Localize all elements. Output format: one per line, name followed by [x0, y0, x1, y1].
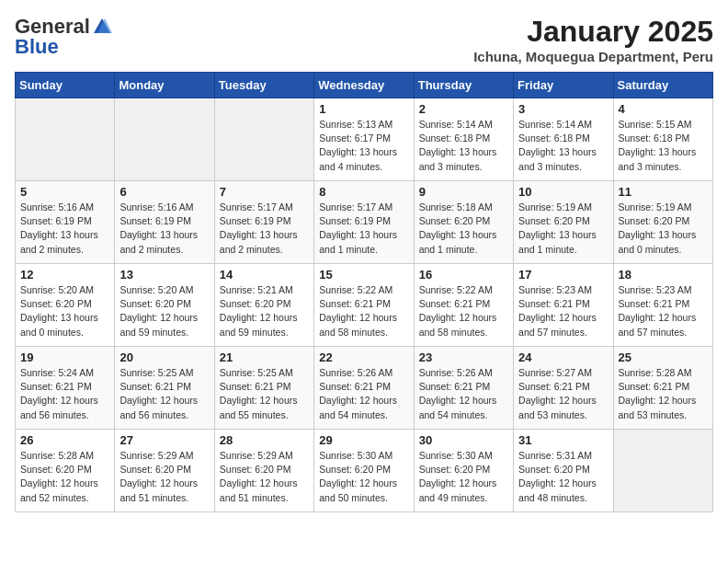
day-info: Sunrise: 5:22 AM Sunset: 6:21 PM Dayligh… [419, 283, 508, 339]
day-info: Sunrise: 5:16 AM Sunset: 6:19 PM Dayligh… [119, 201, 209, 257]
calendar-table: SundayMondayTuesdayWednesdayThursdayFrid… [15, 72, 713, 512]
day-info: Sunrise: 5:14 AM Sunset: 6:18 PM Dayligh… [518, 118, 608, 174]
calendar-day-cell [613, 430, 712, 512]
day-number: 26 [20, 433, 109, 447]
day-info: Sunrise: 5:27 AM Sunset: 6:21 PM Dayligh… [518, 366, 608, 422]
day-number: 29 [319, 433, 408, 447]
logo-icon [92, 17, 112, 37]
logo: General Blue [15, 15, 112, 59]
day-info: Sunrise: 5:18 AM Sunset: 6:20 PM Dayligh… [419, 201, 508, 257]
day-number: 5 [20, 185, 109, 199]
day-info: Sunrise: 5:31 AM Sunset: 6:20 PM Dayligh… [518, 449, 608, 505]
weekday-header-cell: Thursday [414, 73, 513, 98]
day-info: Sunrise: 5:24 AM Sunset: 6:21 PM Dayligh… [20, 366, 109, 422]
day-info: Sunrise: 5:28 AM Sunset: 6:21 PM Dayligh… [619, 366, 708, 422]
day-info: Sunrise: 5:17 AM Sunset: 6:19 PM Dayligh… [319, 201, 408, 257]
calendar-day-cell [16, 98, 115, 181]
month-title: January 2025 [473, 15, 713, 49]
day-info: Sunrise: 5:28 AM Sunset: 6:20 PM Dayligh… [20, 449, 109, 505]
day-number: 13 [119, 268, 209, 282]
day-number: 31 [518, 433, 608, 447]
calendar-day-cell: 10Sunrise: 5:19 AM Sunset: 6:20 PM Dayli… [514, 181, 613, 264]
day-number: 27 [119, 433, 209, 447]
calendar-day-cell: 15Sunrise: 5:22 AM Sunset: 6:21 PM Dayli… [314, 264, 414, 347]
weekday-header-cell: Wednesday [314, 73, 414, 98]
day-info: Sunrise: 5:20 AM Sunset: 6:20 PM Dayligh… [119, 283, 209, 339]
day-info: Sunrise: 5:13 AM Sunset: 6:17 PM Dayligh… [319, 118, 408, 174]
calendar-week-row: 12Sunrise: 5:20 AM Sunset: 6:20 PM Dayli… [16, 264, 713, 347]
calendar-day-cell: 28Sunrise: 5:29 AM Sunset: 6:20 PM Dayli… [214, 430, 313, 512]
day-info: Sunrise: 5:14 AM Sunset: 6:18 PM Dayligh… [419, 118, 508, 174]
day-number: 20 [119, 350, 209, 364]
day-number: 4 [619, 102, 708, 116]
calendar-day-cell: 18Sunrise: 5:23 AM Sunset: 6:21 PM Dayli… [613, 264, 712, 347]
calendar-day-cell: 26Sunrise: 5:28 AM Sunset: 6:20 PM Dayli… [16, 430, 115, 512]
day-number: 11 [619, 185, 708, 199]
location-title: Ichuna, Moquegua Department, Peru [473, 49, 713, 64]
calendar-day-cell [214, 98, 313, 181]
day-number: 1 [319, 102, 408, 116]
calendar-day-cell: 25Sunrise: 5:28 AM Sunset: 6:21 PM Dayli… [613, 347, 712, 430]
weekday-header-cell: Monday [115, 73, 214, 98]
day-number: 14 [220, 268, 309, 282]
calendar-week-row: 26Sunrise: 5:28 AM Sunset: 6:20 PM Dayli… [16, 430, 713, 512]
day-number: 24 [518, 350, 608, 364]
weekday-header-row: SundayMondayTuesdayWednesdayThursdayFrid… [16, 73, 713, 98]
weekday-header-cell: Friday [514, 73, 613, 98]
calendar-day-cell: 2Sunrise: 5:14 AM Sunset: 6:18 PM Daylig… [414, 98, 513, 181]
calendar-day-cell: 17Sunrise: 5:23 AM Sunset: 6:21 PM Dayli… [514, 264, 613, 347]
weekday-header-cell: Saturday [613, 73, 712, 98]
calendar-day-cell: 20Sunrise: 5:25 AM Sunset: 6:21 PM Dayli… [115, 347, 214, 430]
title-area: January 2025 Ichuna, Moquegua Department… [473, 15, 713, 64]
day-info: Sunrise: 5:19 AM Sunset: 6:20 PM Dayligh… [619, 201, 708, 257]
day-number: 30 [419, 433, 508, 447]
day-number: 2 [419, 102, 508, 116]
calendar-day-cell: 5Sunrise: 5:16 AM Sunset: 6:19 PM Daylig… [16, 181, 115, 264]
day-number: 3 [518, 102, 608, 116]
day-number: 22 [319, 350, 408, 364]
day-number: 12 [20, 268, 109, 282]
calendar-day-cell: 12Sunrise: 5:20 AM Sunset: 6:20 PM Dayli… [16, 264, 115, 347]
calendar-day-cell: 23Sunrise: 5:26 AM Sunset: 6:21 PM Dayli… [414, 347, 513, 430]
day-info: Sunrise: 5:20 AM Sunset: 6:20 PM Dayligh… [20, 283, 109, 339]
day-info: Sunrise: 5:30 AM Sunset: 6:20 PM Dayligh… [419, 449, 508, 505]
calendar-day-cell: 13Sunrise: 5:20 AM Sunset: 6:20 PM Dayli… [115, 264, 214, 347]
calendar-day-cell: 4Sunrise: 5:15 AM Sunset: 6:18 PM Daylig… [613, 98, 712, 181]
weekday-header-cell: Sunday [16, 73, 115, 98]
day-info: Sunrise: 5:29 AM Sunset: 6:20 PM Dayligh… [220, 449, 309, 505]
calendar-day-cell: 3Sunrise: 5:14 AM Sunset: 6:18 PM Daylig… [514, 98, 613, 181]
calendar-day-cell: 22Sunrise: 5:26 AM Sunset: 6:21 PM Dayli… [314, 347, 414, 430]
calendar-week-row: 5Sunrise: 5:16 AM Sunset: 6:19 PM Daylig… [16, 181, 713, 264]
day-number: 8 [319, 185, 408, 199]
day-number: 7 [220, 185, 309, 199]
calendar-day-cell: 21Sunrise: 5:25 AM Sunset: 6:21 PM Dayli… [214, 347, 313, 430]
day-number: 23 [419, 350, 508, 364]
calendar-day-cell: 14Sunrise: 5:21 AM Sunset: 6:20 PM Dayli… [214, 264, 313, 347]
calendar-week-row: 1Sunrise: 5:13 AM Sunset: 6:17 PM Daylig… [16, 98, 713, 181]
calendar-day-cell: 19Sunrise: 5:24 AM Sunset: 6:21 PM Dayli… [16, 347, 115, 430]
day-number: 6 [119, 185, 209, 199]
calendar-day-cell: 16Sunrise: 5:22 AM Sunset: 6:21 PM Dayli… [414, 264, 513, 347]
day-number: 10 [518, 185, 608, 199]
day-info: Sunrise: 5:15 AM Sunset: 6:18 PM Dayligh… [619, 118, 708, 174]
day-info: Sunrise: 5:26 AM Sunset: 6:21 PM Dayligh… [319, 366, 408, 422]
weekday-header-cell: Tuesday [214, 73, 313, 98]
day-number: 28 [220, 433, 309, 447]
day-info: Sunrise: 5:26 AM Sunset: 6:21 PM Dayligh… [419, 366, 508, 422]
calendar-day-cell: 9Sunrise: 5:18 AM Sunset: 6:20 PM Daylig… [414, 181, 513, 264]
day-number: 16 [419, 268, 508, 282]
day-number: 17 [518, 268, 608, 282]
day-number: 21 [220, 350, 309, 364]
day-info: Sunrise: 5:25 AM Sunset: 6:21 PM Dayligh… [119, 366, 209, 422]
calendar-day-cell: 29Sunrise: 5:30 AM Sunset: 6:20 PM Dayli… [314, 430, 414, 512]
day-info: Sunrise: 5:22 AM Sunset: 6:21 PM Dayligh… [319, 283, 408, 339]
day-info: Sunrise: 5:30 AM Sunset: 6:20 PM Dayligh… [319, 449, 408, 505]
day-info: Sunrise: 5:25 AM Sunset: 6:21 PM Dayligh… [220, 366, 309, 422]
day-info: Sunrise: 5:21 AM Sunset: 6:20 PM Dayligh… [220, 283, 309, 339]
day-info: Sunrise: 5:23 AM Sunset: 6:21 PM Dayligh… [518, 283, 608, 339]
day-number: 9 [419, 185, 508, 199]
calendar-day-cell: 11Sunrise: 5:19 AM Sunset: 6:20 PM Dayli… [613, 181, 712, 264]
day-number: 19 [20, 350, 109, 364]
calendar-day-cell: 1Sunrise: 5:13 AM Sunset: 6:17 PM Daylig… [314, 98, 414, 181]
calendar-day-cell: 27Sunrise: 5:29 AM Sunset: 6:20 PM Dayli… [115, 430, 214, 512]
